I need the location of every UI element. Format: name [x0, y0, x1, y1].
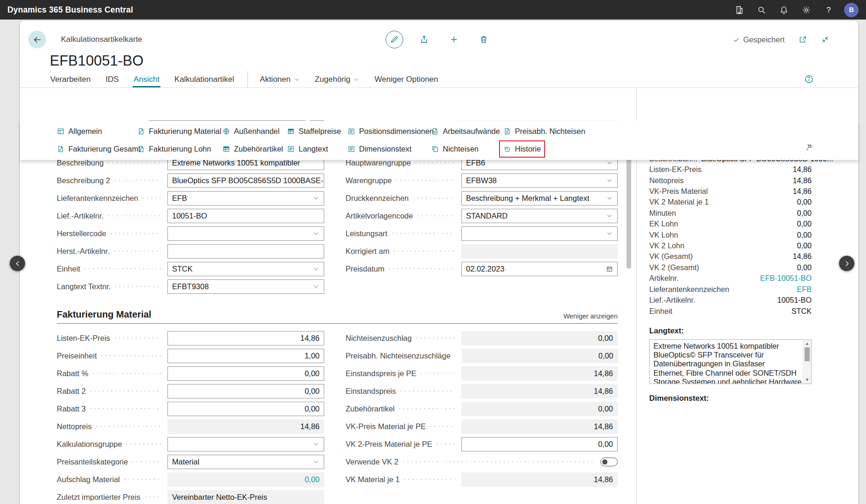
ribbon-action[interactable]: Langtext [287, 145, 328, 153]
menu-tab[interactable]: Zugehörig [307, 71, 367, 87]
ribbon-action[interactable]: Allgemein [57, 127, 102, 136]
ribbon-action-icon [431, 127, 439, 135]
card-header-right: Gespeichert [733, 35, 829, 44]
field-input[interactable]: BlueOptics SFP BO05C856S5D 1000BASE-SX [167, 173, 324, 188]
dotted-leader [96, 426, 161, 427]
field-input[interactable]: 0,00 [167, 366, 324, 381]
field-input[interactable]: 10051-BO [167, 209, 324, 223]
ribbon-action[interactable]: Preisabh. Nichteisen [503, 127, 585, 136]
field-label: Korrigiert am [346, 247, 389, 256]
chevron-down-icon[interactable] [313, 458, 320, 465]
field-input[interactable]: Material [167, 455, 324, 469]
factbox-row: EK Lohn 0,00 [649, 219, 812, 229]
chevron-down-icon[interactable] [313, 265, 320, 272]
topbar-icon-button[interactable] [795, 0, 817, 20]
chevron-down-icon[interactable] [313, 441, 320, 448]
menu-tab[interactable]: IDS [98, 71, 126, 87]
dotted-leader [111, 233, 161, 234]
chevron-down-icon[interactable] [606, 177, 613, 184]
ribbon-action-icon [57, 127, 65, 135]
field-input[interactable]: 14,86 [167, 331, 324, 345]
popout-button[interactable] [799, 35, 807, 44]
ribbon-action[interactable]: Historie [503, 145, 541, 153]
field-row: Kalkulationsgruppe [57, 435, 324, 453]
next-record-button[interactable] [839, 256, 854, 271]
field-input[interactable]: 1,00 [167, 349, 324, 363]
chevron-down-icon[interactable] [606, 212, 613, 219]
card-action-button[interactable] [386, 31, 403, 48]
calendar-icon[interactable] [606, 265, 613, 272]
langtext-scrollbar[interactable]: ▲ ▼ [803, 340, 811, 384]
field-input[interactable]: 02.02.2023 [461, 262, 618, 276]
ribbon-action[interactable]: Nichteisen [431, 145, 479, 153]
menu-tab[interactable]: Ansicht [126, 71, 167, 87]
field-input[interactable]: EFBW38 [461, 173, 618, 188]
field-input[interactable]: STANDARD [461, 209, 618, 223]
card-action-button[interactable] [445, 31, 463, 48]
ribbon-action[interactable]: Fakturierung Lohn [137, 145, 211, 153]
scrollbar-thumb[interactable] [805, 347, 810, 361]
avatar[interactable]: B [844, 3, 859, 17]
dotted-leader [394, 251, 455, 252]
field-label: Preisabh. Nichteisenzuschläge [346, 351, 451, 360]
ribbon-action[interactable]: Dimensionstext [347, 145, 412, 153]
field-input[interactable] [167, 226, 324, 241]
ribbon-action-icon [503, 127, 511, 135]
pin-button[interactable] [805, 143, 813, 152]
factbox-label: Lief.-Artikelnr. [649, 295, 695, 305]
previous-record-button[interactable] [10, 256, 25, 271]
field-input[interactable]: STCK [167, 262, 324, 276]
dotted-leader [125, 479, 161, 480]
chevron-down-icon[interactable] [313, 195, 320, 202]
ribbon-action[interactable]: Positionsdimensionen [347, 127, 434, 136]
card-action-button[interactable] [475, 31, 493, 48]
card-action-button[interactable] [415, 31, 433, 48]
scroll-down-arrow[interactable]: ▼ [803, 377, 811, 383]
chevron-down-icon[interactable] [606, 195, 613, 202]
ribbon-action[interactable]: Fakturierung Gesamt [57, 145, 140, 153]
menu-tab[interactable]: Weniger Optionen [367, 71, 446, 87]
topbar-icon-button[interactable] [750, 0, 773, 20]
ribbon-action-icon [431, 145, 439, 153]
chevron-down-icon[interactable] [606, 230, 613, 237]
section-title: Fakturierung Material [57, 309, 151, 320]
chevron-down-icon[interactable] [606, 159, 613, 166]
field-input[interactable]: 0,00 [167, 384, 324, 398]
info-button[interactable] [804, 74, 814, 84]
collapse-button[interactable] [821, 35, 829, 44]
field-input[interactable]: EFBT9308 [167, 279, 324, 294]
field-input[interactable]: Beschreibung + Merkmal + Langtext [461, 191, 618, 206]
toggle-switch[interactable] [600, 458, 618, 466]
chevron-down-icon[interactable] [313, 283, 320, 290]
field-input[interactable] [461, 226, 618, 241]
topbar-icon-button[interactable] [773, 0, 795, 20]
field-input[interactable] [167, 437, 324, 451]
pin-icon [805, 143, 813, 152]
field-row: Nettopreis 14,86 [57, 418, 324, 435]
show-less-link[interactable]: Weniger anzeigen [563, 312, 618, 320]
menu-tab[interactable]: Aktionen [247, 71, 307, 87]
ribbon-action[interactable]: Staffelpreise [287, 127, 341, 136]
field-input[interactable]: 0,00 [167, 402, 324, 416]
menu-tab[interactable]: Kalkulationartikel [167, 71, 242, 87]
field-input: 14,86 [461, 419, 618, 434]
ribbon-action[interactable]: Fakturierung Material [137, 127, 221, 136]
topbar-icon-button[interactable] [817, 0, 839, 20]
back-button[interactable] [28, 31, 46, 48]
factbox-value[interactable]: EFB-10051-BO [756, 273, 812, 284]
scroll-up-arrow[interactable]: ▲ [803, 340, 811, 347]
field-input[interactable]: 0,00 [461, 437, 618, 451]
topbar-icon-button[interactable] [728, 0, 750, 20]
chevron-down-icon[interactable] [313, 230, 320, 237]
menu-tab[interactable]: Verarbeiten [43, 71, 98, 87]
dotted-leader [418, 215, 455, 216]
factbox-row: VK (Gesamt) 14,86 [649, 251, 812, 262]
ribbon-action[interactable]: Arbeitsaufwände [431, 127, 500, 136]
factbox-value[interactable]: EFB [793, 284, 812, 295]
field-input[interactable] [167, 244, 324, 259]
ribbon-action[interactable]: Außenhandel [222, 127, 280, 136]
field-input[interactable]: EFB [167, 191, 324, 206]
ribbon-action[interactable]: Zubehörartikel [222, 145, 283, 153]
ribbon-action-icon [57, 145, 65, 153]
dotted-leader [421, 373, 455, 374]
